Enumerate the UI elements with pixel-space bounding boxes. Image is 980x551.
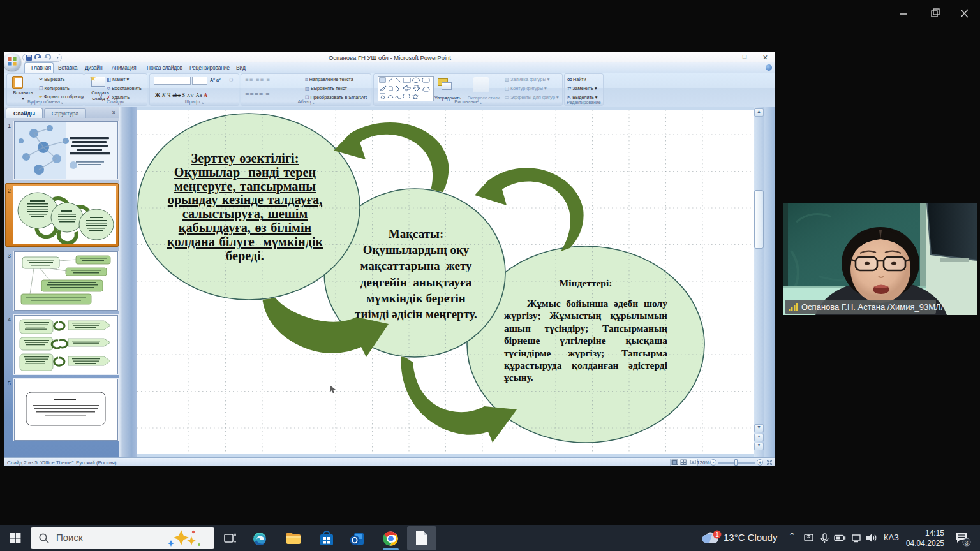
svg-text:Оспанова Г.Н. Астана /Химия_9: Оспанова Г.Н. Астана /Химия_93МЛ/ [801, 302, 944, 312]
svg-text:1: 1 [715, 531, 719, 538]
svg-text:3: 3 [965, 540, 968, 546]
